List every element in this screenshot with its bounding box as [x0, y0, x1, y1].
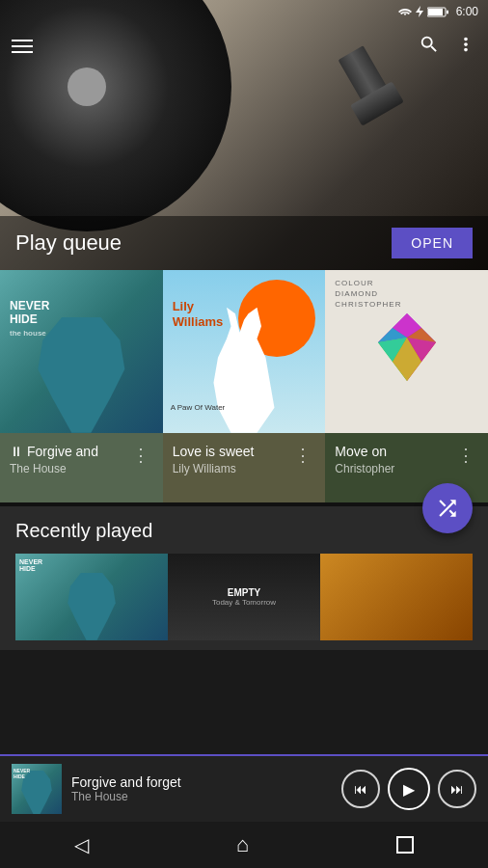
now-playing-art: NEVERHIDE: [12, 764, 62, 814]
diamond-svg: [364, 309, 450, 386]
wifi-icon: [398, 7, 412, 17]
now-playing-controls: ⏮ ▶ ⏭: [341, 768, 476, 810]
home-icon[interactable]: ⌂: [236, 832, 249, 857]
recent-thumb-1[interactable]: NEVERHIDE: [15, 554, 168, 640]
album-3-label: COLOUR DIAMOND CHRISTOPHER: [335, 278, 401, 311]
next-button[interactable]: ⏭: [438, 770, 476, 808]
album-1-text: NEVER HIDE the house: [10, 299, 49, 338]
play-button[interactable]: ▶: [388, 768, 430, 810]
album-grid: NEVER HIDE the house ⏸ Forgive and The H…: [0, 270, 488, 502]
battery-icon: [427, 7, 448, 17]
recently-played-title: Recently played: [15, 520, 473, 542]
search-icon[interactable]: [419, 34, 440, 60]
thumb-2-sublabel: Today & Tomorrow: [212, 598, 276, 607]
now-playing-artist: The House: [71, 790, 332, 803]
track-name-1: Forgive and: [27, 443, 98, 460]
more-options-icon[interactable]: [455, 34, 476, 60]
status-bar: 6:00: [0, 0, 488, 23]
album-art-2[interactable]: Lily Williams A Paw Of Water: [163, 270, 326, 433]
album-col-3: COLOUR DIAMOND CHRISTOPHER: [325, 270, 488, 502]
status-icons: 6:00: [398, 5, 478, 18]
open-button[interactable]: OPEN: [392, 228, 473, 258]
paw-text: A Paw Of Water: [171, 403, 226, 413]
thumb-2-content: EMPTY Today & Tomorrow: [212, 554, 276, 640]
prev-button[interactable]: ⏮: [341, 770, 380, 808]
play-queue-title: Play queue: [15, 231, 122, 256]
track-name-2: Love is sweet: [173, 443, 291, 460]
nav-bar: ◁ ⌂: [0, 822, 488, 868]
pause-icon-1: ⏸: [10, 444, 23, 459]
track-artist-3: Christopher: [335, 462, 453, 475]
recents-icon[interactable]: [396, 836, 414, 854]
track-bar-2: Love is sweet Lily Williams ⋮: [163, 433, 326, 502]
track-info-3: Move on Christopher: [335, 443, 453, 475]
track-bar-1: ⏸ Forgive and The House ⋮: [0, 433, 163, 502]
track-more-3[interactable]: ⋮: [453, 443, 478, 468]
track-more-1[interactable]: ⋮: [128, 443, 153, 468]
now-playing-info: Forgive and forget The House: [62, 774, 341, 803]
recent-thumb-3[interactable]: [320, 554, 473, 640]
album-art-1[interactable]: NEVER HIDE the house: [0, 270, 163, 433]
play-queue-bar: Play queue OPEN: [0, 216, 488, 270]
bolt-icon: [416, 6, 423, 17]
track-artist-1: The House: [10, 462, 128, 475]
album-col-2: Lily Williams A Paw Of Water Love is swe…: [163, 270, 326, 502]
recent-thumb-2[interactable]: EMPTY Today & Tomorrow: [168, 554, 320, 640]
thumb-1-text: NEVERHIDE: [19, 558, 42, 572]
top-bar-right: [419, 34, 476, 60]
top-bar: [0, 23, 488, 69]
svg-rect-1: [428, 9, 443, 15]
shuffle-icon: [435, 496, 460, 521]
shuffle-fab[interactable]: [422, 483, 473, 533]
now-playing-bar: NEVERHIDE Forgive and forget The House ⏮…: [0, 754, 488, 822]
thumb-2-label: EMPTY: [228, 587, 260, 598]
svg-rect-2: [447, 10, 448, 14]
hero-section: Play queue OPEN: [0, 0, 488, 270]
now-playing-title: Forgive and forget: [71, 774, 332, 790]
album-art-3[interactable]: COLOUR DIAMOND CHRISTOPHER: [325, 270, 488, 433]
thumb-silhouette: [66, 573, 119, 640]
track-artist-2: Lily Williams: [173, 462, 291, 475]
recently-played-section: Recently played NEVERHIDE EMPTY Today & …: [0, 506, 488, 650]
track-name-3: Move on: [335, 443, 453, 460]
status-time: 6:00: [456, 5, 478, 18]
mini-text: NEVERHIDE: [14, 768, 30, 779]
back-icon[interactable]: ◁: [74, 833, 89, 856]
album-col-1: NEVER HIDE the house ⏸ Forgive and The H…: [0, 270, 163, 502]
track-more-2[interactable]: ⋮: [290, 443, 315, 468]
track-info-2: Love is sweet Lily Williams: [173, 443, 291, 475]
recent-row: NEVERHIDE EMPTY Today & Tomorrow: [15, 554, 473, 640]
lily-text: Lily Williams: [173, 299, 224, 329]
menu-icon[interactable]: [12, 40, 33, 53]
track-info-1: ⏸ Forgive and The House: [10, 443, 128, 475]
